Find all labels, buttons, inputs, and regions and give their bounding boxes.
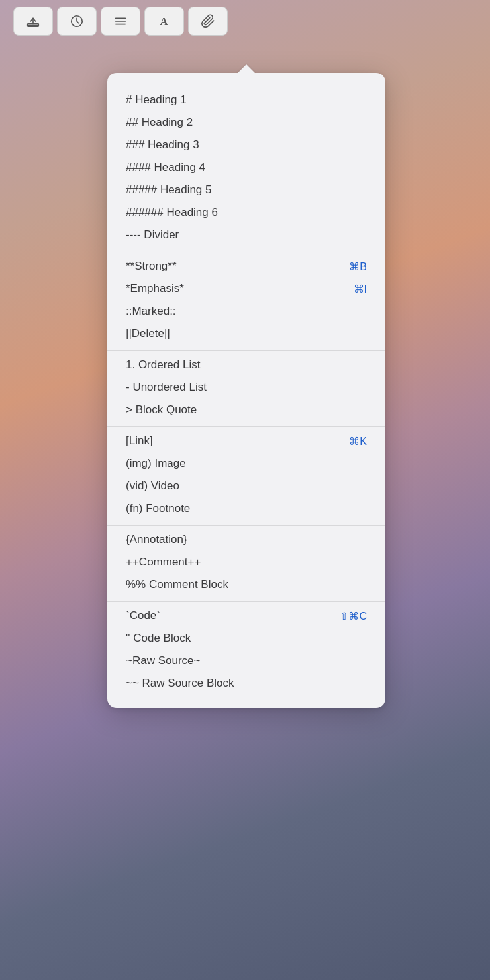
- comment-block-item[interactable]: %% Comment Block: [107, 573, 385, 596]
- media-section: [Link] ⌘K (img) Image (vid) Video (fn) F…: [107, 430, 385, 526]
- heading3-text: ### Heading 3: [126, 138, 199, 152]
- strong-shortcut: ⌘B: [349, 260, 367, 273]
- image-item[interactable]: (img) Image: [107, 452, 385, 475]
- raw-source-item[interactable]: ~Raw Source~: [107, 650, 385, 672]
- video-item[interactable]: (vid) Video: [107, 475, 385, 497]
- footnote-text: (fn) Footnote: [126, 502, 190, 515]
- link-shortcut: ⌘K: [349, 435, 367, 448]
- heading6-text: ###### Heading 6: [126, 206, 218, 219]
- format-button[interactable]: [101, 7, 140, 36]
- paperclip-button[interactable]: [188, 7, 228, 36]
- heading2-item[interactable]: ## Heading 2: [107, 111, 385, 134]
- annotations-section: {Annotation} ++Comment++ %% Comment Bloc…: [107, 528, 385, 602]
- divider-item[interactable]: ---- Divider: [107, 224, 385, 246]
- footnote-item[interactable]: (fn) Footnote: [107, 497, 385, 520]
- image-text: (img) Image: [126, 457, 186, 470]
- block-quote-text: > Block Quote: [126, 403, 197, 416]
- raw-source-block-text: ~~ Raw Source Block: [126, 677, 234, 690]
- ordered-list-text: 1. Ordered List: [126, 358, 200, 371]
- unordered-list-item[interactable]: - Unordered List: [107, 376, 385, 399]
- ordered-list-item[interactable]: 1. Ordered List: [107, 354, 385, 376]
- code-text: `Code`: [126, 609, 160, 622]
- marked-text: ::Marked::: [126, 305, 176, 318]
- code-block-item[interactable]: '' Code Block: [107, 627, 385, 650]
- code-block-text: '' Code Block: [126, 632, 191, 645]
- emphasis-shortcut: ⌘I: [354, 283, 367, 295]
- headings-section: # Heading 1 ## Heading 2 ### Heading 3 #…: [107, 89, 385, 252]
- raw-source-block-item[interactable]: ~~ Raw Source Block: [107, 672, 385, 695]
- code-item[interactable]: `Code` ⇧⌘C: [107, 605, 385, 627]
- heading2-text: ## Heading 2: [126, 116, 193, 129]
- link-item[interactable]: [Link] ⌘K: [107, 430, 385, 452]
- lists-section: 1. Ordered List - Unordered List > Block…: [107, 354, 385, 427]
- comment-item[interactable]: ++Comment++: [107, 551, 385, 573]
- heading4-text: #### Heading 4: [126, 161, 205, 174]
- block-quote-item[interactable]: > Block Quote: [107, 399, 385, 421]
- video-text: (vid) Video: [126, 479, 179, 493]
- raw-source-text: ~Raw Source~: [126, 654, 200, 667]
- heading6-item[interactable]: ###### Heading 6: [107, 201, 385, 224]
- clock-button[interactable]: [57, 7, 97, 36]
- strong-item[interactable]: **Strong** ⌘B: [107, 255, 385, 277]
- toolbar: A: [13, 7, 228, 36]
- strong-text: **Strong**: [126, 260, 177, 273]
- link-text: [Link]: [126, 434, 153, 448]
- share-button[interactable]: [13, 7, 53, 36]
- format-menu: # Heading 1 ## Heading 2 ### Heading 3 #…: [107, 73, 385, 708]
- heading3-item[interactable]: ### Heading 3: [107, 134, 385, 156]
- heading1-text: # Heading 1: [126, 93, 187, 107]
- annotation-text: {Annotation}: [126, 533, 187, 546]
- svg-text:A: A: [160, 15, 168, 28]
- heading1-item[interactable]: # Heading 1: [107, 89, 385, 111]
- emphasis-item[interactable]: *Emphasis* ⌘I: [107, 277, 385, 300]
- heading5-text: ##### Heading 5: [126, 183, 212, 197]
- delete-item[interactable]: ||Delete||: [107, 322, 385, 345]
- delete-text: ||Delete||: [126, 327, 170, 340]
- unordered-list-text: - Unordered List: [126, 381, 207, 394]
- code-section: `Code` ⇧⌘C '' Code Block ~Raw Source~ ~~…: [107, 605, 385, 695]
- annotation-item[interactable]: {Annotation}: [107, 528, 385, 551]
- comment-block-text: %% Comment Block: [126, 578, 228, 591]
- code-shortcut: ⇧⌘C: [340, 610, 367, 622]
- heading4-item[interactable]: #### Heading 4: [107, 156, 385, 179]
- heading5-item[interactable]: ##### Heading 5: [107, 179, 385, 201]
- divider-text: ---- Divider: [126, 228, 179, 242]
- popup-arrow: [237, 64, 256, 74]
- formatting-section: **Strong** ⌘B *Emphasis* ⌘I ::Marked:: |…: [107, 255, 385, 351]
- marked-item[interactable]: ::Marked::: [107, 300, 385, 322]
- comment-text: ++Comment++: [126, 556, 201, 569]
- emphasis-text: *Emphasis*: [126, 282, 184, 295]
- font-button[interactable]: A: [144, 7, 184, 36]
